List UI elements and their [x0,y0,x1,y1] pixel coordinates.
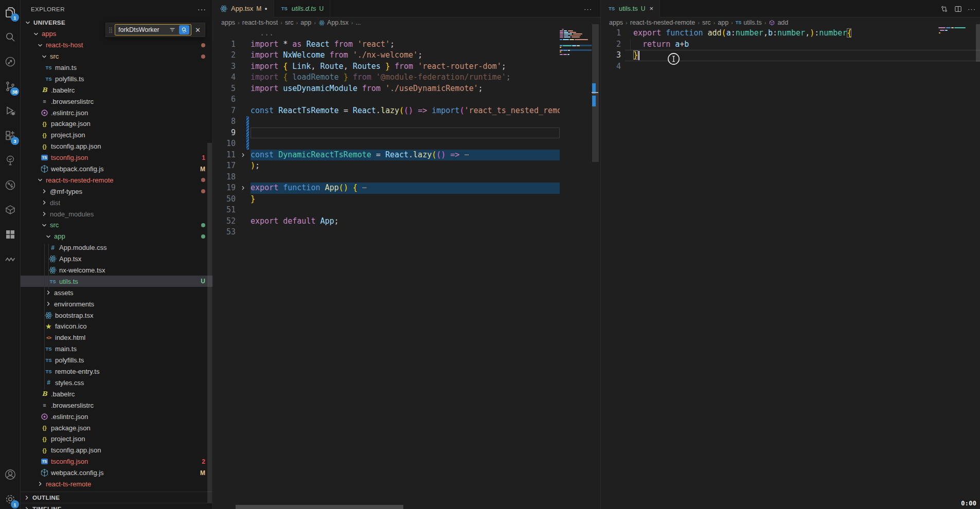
code-line-50[interactable]: 50} [213,194,560,205]
code-line-10[interactable]: 10 [213,138,560,150]
tree-find-input[interactable] [118,26,166,33]
tree-item-app.tsx[interactable]: App.tsx [21,253,212,265]
activity-tree-tool-icon[interactable] [0,148,21,173]
filter-icon[interactable] [167,25,177,34]
code-line-x[interactable]: ... [213,28,560,39]
tree-item-project.json[interactable]: {}project.json [21,433,212,445]
tree-item-app[interactable]: app [21,231,212,242]
code-line-53[interactable]: 53 [213,227,560,238]
tree-item-tsconfig.app.json[interactable]: {}tsconfig.app.json [21,445,212,456]
code-line-52[interactable]: 52export default App; [213,216,560,227]
tree-item-index.html[interactable]: <>index.html [21,332,212,343]
tree-item-.babelrc[interactable]: B.babelrc [21,84,212,96]
close-icon[interactable]: × [650,5,654,12]
editor-more-actions-icon[interactable]: ··· [584,0,592,17]
tab-app.tsx[interactable]: App.tsxM● [213,0,274,17]
tree-item-environments[interactable]: environments [21,298,212,310]
activity-extensions-icon[interactable]: 3 [0,123,21,148]
tree-item-react-ts-host[interactable]: react-ts-host [21,40,212,51]
sidebar-scrollbar[interactable] [207,143,212,503]
tree-item-project.json[interactable]: {}project.json [21,130,212,141]
breadcrumb-item[interactable]: App.tsx [318,19,349,26]
tree-item-favicon.ico[interactable]: ★favicon.ico [21,321,212,332]
tree-item-.eslintrc.json[interactable]: .eslintrc.json [21,411,212,422]
tree-item-@mf-types[interactable]: @mf-types [21,186,212,197]
code-line-18[interactable]: 18 [213,172,560,183]
tree-item-webpack.config.js[interactable]: webpack.config.jsM [21,467,212,479]
code-line-9[interactable]: 9 [213,128,560,139]
code-line-4[interactable]: 4 [601,61,975,72]
tree-item-tsconfig.app.json[interactable]: {}tsconfig.app.json [21,141,212,152]
tree-item-.browserslistrc[interactable]: ≡.browserslistrc [21,399,212,411]
overview-ruler[interactable] [592,0,601,509]
activity-search-icon[interactable] [0,25,21,49]
code-line-11[interactable]: 11const DynamicReactTsRemote = React.laz… [213,150,560,161]
fuzzy-search-icon[interactable] [179,25,189,34]
tree-item-main.ts[interactable]: TSmain.ts [21,343,212,355]
vertical-scrollbar[interactable] [976,24,980,62]
outline-section-header[interactable]: OUTLINE [21,492,212,503]
code-line-2[interactable]: 2import NxWelcome from './nx-welcome'; [213,50,560,61]
activity-settings-icon[interactable]: 1 [0,487,21,509]
minimap[interactable] [938,27,970,38]
tree-item-tsconfig.json[interactable]: TStsconfig.json1 [21,152,212,163]
tree-item-bootstrap.tsx[interactable]: bootstrap.tsx [21,310,212,321]
tree-item-.browserslistrc[interactable]: ≡.browserslistrc [21,96,212,107]
breadcrumb-item[interactable]: src [285,19,294,26]
split-editor-icon[interactable] [954,5,963,13]
code-line-51[interactable]: 51 [213,205,560,216]
tab-utils.d.ts[interactable]: TSutils.d.tsU [274,0,330,17]
compare-changes-icon[interactable] [940,5,949,13]
code-line-8[interactable]: 8 [213,116,560,128]
activity-circle-branch-tool-icon[interactable] [0,173,21,197]
tab-utils.ts[interactable]: TSutils.tsU× [601,0,660,17]
breadcrumb-item[interactable]: src [702,19,711,26]
tree-item-src[interactable]: src [21,220,212,231]
code-line-1[interactable]: 1import * as React from 'react'; [213,39,560,50]
close-icon[interactable]: ✕ [193,26,202,34]
tree-item-.babelrc[interactable]: B.babelrc [21,388,212,399]
tree-item-assets[interactable]: assets [21,287,212,298]
breadcrumb-item[interactable]: TSutils.ts [736,19,762,26]
code-line-3[interactable]: 3} [601,50,975,61]
tree-item-main.ts[interactable]: TSmain.ts [21,62,212,74]
timeline-section-header[interactable]: TIMELINE [21,503,212,509]
drag-grip-icon[interactable]: ⣿ [109,27,113,32]
breadcrumb-item[interactable]: apps [221,19,235,26]
breadcrumb-item[interactable]: apps [609,19,623,26]
horizontal-scrollbar[interactable] [236,505,403,509]
breadcrumb-item[interactable]: app [300,19,311,26]
code-editor-app-tsx[interactable]: ...1import * as React from 'react';2impo… [213,28,560,238]
tree-item-polyfills.ts[interactable]: TSpolyfills.ts [21,73,212,84]
activity-wave-tool-icon[interactable] [0,247,21,271]
more-actions-icon[interactable]: ··· [968,5,976,13]
breadcrumb-item[interactable]: app [718,19,728,26]
activity-box-tool-icon[interactable] [0,197,21,222]
code-line-6[interactable]: 6 [213,94,560,105]
tree-item-dist[interactable]: dist [21,197,212,208]
activity-circle-tool-icon[interactable] [0,49,21,74]
tree-item-.eslintrc.json[interactable]: .eslintrc.json [21,107,212,118]
tree-item-react-ts-remote[interactable]: react-ts-remote [21,479,212,490]
activity-grid-tool-icon[interactable] [0,222,21,247]
breadcrumb-item[interactable]: add [769,19,788,26]
activity-source-control-icon[interactable]: 38 [0,74,21,99]
breadcrumb-item[interactable]: ... [355,19,361,26]
sidebar-more-actions-icon[interactable]: ··· [198,5,206,13]
breadcrumb-item[interactable]: react-ts-host [242,19,278,26]
tree-item-package.json[interactable]: {}package.json [21,422,212,433]
code-line-3[interactable]: 3import { Link, Route, Routes } from 're… [213,61,560,72]
tree-item-package.json[interactable]: {}package.json [21,118,212,130]
activity-account-icon[interactable] [0,462,21,487]
code-line-5[interactable]: 5import useDynamicModule from './useDyna… [213,83,560,95]
code-line-2[interactable]: 2 return a+b [601,39,975,50]
tree-item-tsconfig.json[interactable]: TStsconfig.json2 [21,456,212,467]
tree-item-app.module.css[interactable]: #App.module.css [21,242,212,253]
code-line-19[interactable]: 19export function App() { ⋯ [213,183,560,194]
tree-item-styles.css[interactable]: #styles.css [21,377,212,389]
breadcrumb-item[interactable]: react-ts-nested-remote [630,19,695,26]
tree-item-remote-entry.ts[interactable]: TSremote-entry.ts [21,366,212,377]
tree-item-utils.ts[interactable]: TSutils.tsU [21,276,212,287]
code-line-1[interactable]: 1export function add(a:number,b:number,)… [601,28,975,39]
minimap[interactable] [560,28,592,192]
